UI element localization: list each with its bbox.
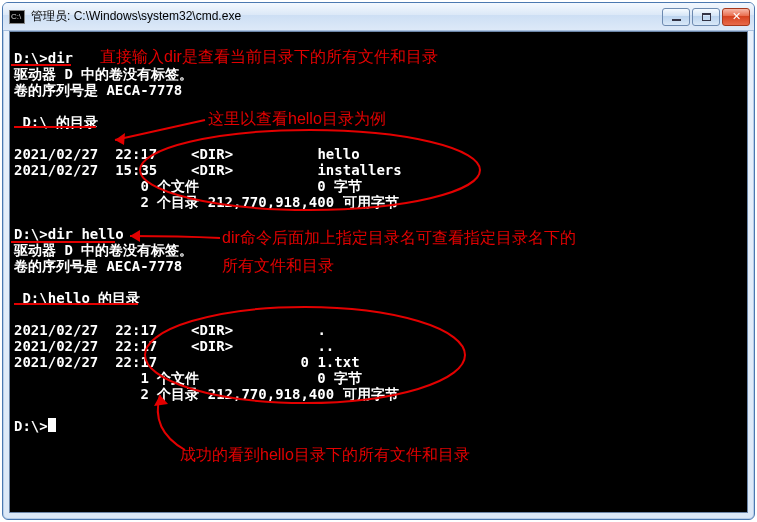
output-line: D:\hello 的目录 bbox=[14, 290, 140, 306]
maximize-button[interactable] bbox=[692, 8, 720, 26]
output-line: 1 个文件 0 字节 bbox=[14, 370, 362, 386]
close-button[interactable]: ✕ bbox=[722, 8, 750, 26]
cursor bbox=[48, 418, 56, 432]
cmd-window: C:\ 管理员: C:\Windows\system32\cmd.exe ✕ D… bbox=[2, 2, 755, 520]
output-line: 驱动器 D 中的卷没有标签。 bbox=[14, 242, 193, 258]
output-line: 2021/02/27 22:17 <DIR> hello bbox=[14, 146, 360, 162]
prompt-line: D:\>dir hello bbox=[14, 226, 124, 242]
output-line: 2021/02/27 22:17 <DIR> . bbox=[14, 322, 326, 338]
output-line: 卷的序列号是 AECA-7778 bbox=[14, 258, 182, 274]
minimize-button[interactable] bbox=[662, 8, 690, 26]
output-line: 2021/02/27 15:35 <DIR> installers bbox=[14, 162, 402, 178]
titlebar[interactable]: C:\ 管理员: C:\Windows\system32\cmd.exe ✕ bbox=[3, 3, 754, 31]
output-line: 2021/02/27 22:17 <DIR> .. bbox=[14, 338, 334, 354]
output-line: D:\ 的目录 bbox=[14, 114, 98, 130]
output-line: 0 个文件 0 字节 bbox=[14, 178, 362, 194]
output-line: 2 个目录 212,770,918,400 可用字节 bbox=[14, 194, 399, 210]
output-line: 2 个目录 212,770,918,400 可用字节 bbox=[14, 386, 399, 402]
cmd-icon: C:\ bbox=[9, 10, 25, 24]
prompt-line: D:\>dir bbox=[14, 50, 73, 66]
output-line: 2021/02/27 22:17 0 1.txt bbox=[14, 354, 360, 370]
output-line: 卷的序列号是 AECA-7778 bbox=[14, 82, 182, 98]
window-title: 管理员: C:\Windows\system32\cmd.exe bbox=[31, 8, 662, 25]
window-controls: ✕ bbox=[662, 8, 750, 26]
output-line: 驱动器 D 中的卷没有标签。 bbox=[14, 66, 193, 82]
prompt-line: D:\> bbox=[14, 418, 48, 434]
terminal-output[interactable]: D:\>dir 驱动器 D 中的卷没有标签。 卷的序列号是 AECA-7778 … bbox=[9, 31, 748, 513]
